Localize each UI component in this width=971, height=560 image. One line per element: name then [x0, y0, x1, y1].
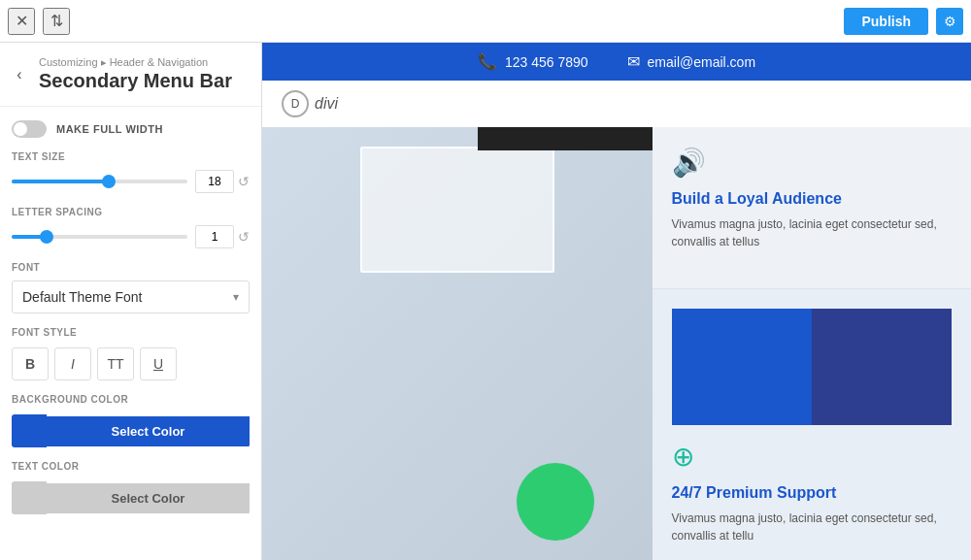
letter-spacing-value-box: ↺ — [195, 225, 250, 248]
background-color-label: BACKGROUND COLOR — [12, 394, 250, 405]
text-size-row: TEXT SIZE ↺ — [12, 151, 250, 193]
card-premium-support: ⊕ 24/7 Premium Support Vivamus magna jus… — [653, 288, 972, 560]
breadcrumb: Customizing ▸ Header & Navigation — [39, 56, 232, 69]
make-full-width-label: MAKE FULL WIDTH — [56, 123, 163, 135]
logo-letter: D — [291, 97, 300, 111]
close-button[interactable]: ✕ — [8, 8, 35, 35]
font-section: FONT Default Theme Font ▾ — [12, 262, 250, 313]
letter-spacing-reset[interactable]: ↺ — [238, 229, 250, 245]
email-address: email@email.com — [648, 54, 755, 70]
phone-icon: 📞 — [478, 52, 497, 71]
back-button[interactable]: ‹ — [8, 63, 31, 86]
text-color-section: TEXT COLOR Select Color — [12, 461, 250, 514]
panel-header-content: Customizing ▸ Header & Navigation Second… — [39, 56, 232, 92]
email-icon: ✉ — [627, 52, 640, 71]
gear-icon: ⚙ — [944, 14, 956, 29]
letter-spacing-slider[interactable] — [12, 235, 187, 239]
uppercase-icon: TT — [107, 356, 123, 372]
logo-circle: D — [282, 90, 309, 117]
letter-spacing-input[interactable] — [195, 225, 234, 248]
card1-body: Vivamus magna justo, lacinia eget consec… — [672, 215, 953, 250]
letter-spacing-row: LETTER SPACING ↺ — [12, 207, 250, 248]
preview-top-bar: 📞 123 456 7890 ✉ email@email.com — [262, 43, 971, 81]
bold-icon: B — [25, 356, 35, 372]
card2-body: Vivamus magna justo, lacinia eget consec… — [672, 510, 953, 544]
font-label: FONT — [12, 262, 250, 273]
text-size-reset[interactable]: ↺ — [238, 174, 250, 189]
card1-icon: 🔊 — [672, 147, 953, 179]
phone-item: 📞 123 456 7890 — [478, 52, 588, 71]
left-panel: ‹ Customizing ▸ Header & Navigation Seco… — [0, 43, 262, 560]
font-value: Default Theme Font — [22, 289, 142, 305]
make-full-width-toggle[interactable] — [12, 120, 47, 138]
italic-button[interactable]: I — [54, 347, 91, 380]
chevron-down-icon: ▾ — [233, 290, 239, 304]
text-color-swatch — [12, 481, 47, 514]
font-style-label: FONT STYLE — [12, 327, 250, 338]
background-color-button[interactable]: Select Color — [12, 414, 250, 447]
preview-image-frame — [360, 147, 554, 273]
card2-icon: ⊕ — [672, 441, 953, 473]
make-full-width-row: MAKE FULL WIDTH — [12, 120, 250, 138]
background-color-select-label: Select Color — [47, 416, 250, 446]
arrows-icon: ⇅ — [50, 12, 63, 30]
text-color-button[interactable]: Select Color — [12, 481, 250, 514]
text-size-slider[interactable] — [12, 180, 187, 183]
uppercase-button[interactable]: TT — [97, 347, 134, 380]
main-layout: ‹ Customizing ▸ Header & Navigation Seco… — [0, 43, 971, 560]
toolbar: ✕ ⇅ Publish ⚙ — [0, 0, 971, 43]
preview-logo-bar: D divi — [262, 81, 971, 127]
preview-green-circle — [517, 463, 594, 541]
text-size-value-box: ↺ — [195, 170, 250, 193]
underline-icon: U — [153, 356, 163, 372]
card1-title: Build a Loyal Audience — [672, 190, 953, 208]
italic-icon: I — [71, 356, 75, 372]
preview-right-cards: 🔊 Build a Loyal Audience Vivamus magna j… — [653, 127, 972, 560]
undo-redo-button[interactable]: ⇅ — [43, 8, 70, 35]
settings-button[interactable]: ⚙ — [936, 8, 963, 35]
card2-title: 24/7 Premium Support — [672, 484, 953, 502]
email-item: ✉ email@email.com — [627, 52, 755, 71]
text-size-label: TEXT SIZE — [12, 151, 250, 162]
logo-text: divi — [315, 95, 338, 113]
preview-content: 🔊 Build a Loyal Audience Vivamus magna j… — [262, 127, 971, 560]
page-title: Secondary Menu Bar — [39, 69, 232, 92]
card-loyal-audience: 🔊 Build a Loyal Audience Vivamus magna j… — [653, 127, 972, 288]
text-color-label: TEXT COLOR — [12, 461, 250, 472]
letter-spacing-control: ↺ — [12, 225, 250, 248]
text-size-input[interactable] — [195, 170, 234, 193]
text-size-control: ↺ — [12, 170, 250, 193]
font-style-buttons: B I TT U — [12, 347, 250, 380]
panel-body: MAKE FULL WIDTH TEXT SIZE ↺ — [0, 107, 261, 528]
publish-button[interactable]: Publish — [844, 8, 928, 35]
bold-button[interactable]: B — [12, 347, 49, 380]
background-color-section: BACKGROUND COLOR Select Color — [12, 394, 250, 447]
phone-number: 123 456 7890 — [505, 54, 588, 70]
underline-button[interactable]: U — [140, 347, 177, 380]
font-dropdown[interactable]: Default Theme Font ▾ — [12, 280, 250, 313]
preview-black-header-bar — [478, 127, 653, 150]
background-color-swatch — [12, 414, 47, 447]
letter-spacing-label: LETTER SPACING — [12, 207, 250, 217]
text-color-select-label: Select Color — [47, 483, 250, 513]
close-icon: ✕ — [16, 12, 28, 30]
preview-left-image — [262, 127, 653, 560]
font-style-section: FONT STYLE B I TT U — [12, 327, 250, 380]
panel-header: ‹ Customizing ▸ Header & Navigation Seco… — [0, 43, 261, 107]
preview-area: 📞 123 456 7890 ✉ email@email.com D divi — [262, 43, 971, 560]
back-icon: ‹ — [17, 66, 21, 83]
